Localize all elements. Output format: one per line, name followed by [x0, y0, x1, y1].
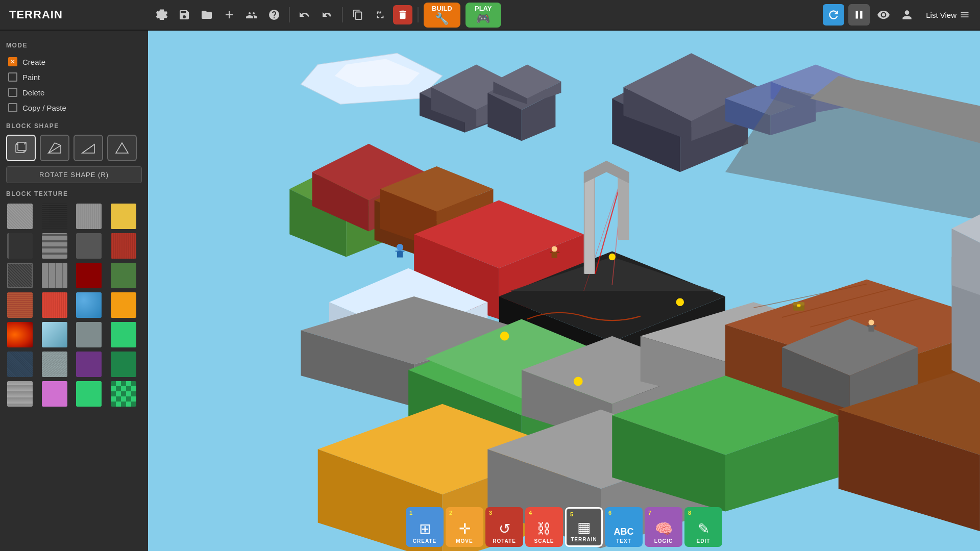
tool-terrain-button[interactable]: 5 ▦ TERRAIN [565, 507, 603, 547]
texture-yellow[interactable] [110, 203, 137, 230]
play-button[interactable]: PLAY 🎮 [465, 3, 501, 28]
pause-icon[interactable] [848, 4, 870, 26]
svg-marker-5 [48, 145, 61, 153]
texture-red[interactable] [110, 232, 137, 260]
texture-gravel[interactable] [75, 321, 103, 348]
tool-create-num: 1 [409, 510, 412, 516]
topbar-right: List View [823, 4, 980, 26]
shape-wedge[interactable] [74, 135, 103, 161]
tool-logic-num: 7 [648, 510, 651, 516]
svg-marker-10 [116, 143, 128, 153]
texture-bright-green[interactable] [110, 321, 137, 348]
block-shape-title: BLOCK SHAPE [6, 122, 142, 130]
add-icon[interactable] [219, 5, 239, 24]
texture-darkred[interactable] [75, 262, 103, 289]
tool-rotate-button[interactable]: 3 ↺ ROTATE [485, 507, 523, 547]
texture-stone3[interactable] [6, 380, 34, 408]
app-title: TERRAIN [0, 8, 148, 21]
texture-rock[interactable] [41, 350, 68, 378]
tool-text-num: 6 [608, 510, 611, 516]
undo-icon[interactable] [295, 5, 314, 24]
user-icon[interactable] [897, 5, 917, 24]
texture-magenta[interactable] [41, 380, 68, 408]
svg-rect-114 [552, 252, 557, 258]
texture-purple[interactable] [75, 350, 103, 378]
svg-rect-118 [868, 325, 874, 332]
mode-copy-paste[interactable]: Copy / Paste [6, 100, 142, 115]
shape-slope[interactable] [40, 135, 69, 161]
texture-dark3[interactable] [75, 232, 103, 260]
texture-dark[interactable] [41, 203, 68, 230]
svg-line-9 [82, 144, 94, 153]
separator2 [342, 7, 343, 22]
svg-rect-111 [396, 251, 399, 252]
svg-point-106 [574, 377, 583, 386]
list-view-button[interactable]: List View [926, 10, 970, 20]
svg-point-107 [676, 298, 684, 306]
tool-terrain-num: 5 [570, 511, 573, 517]
mode-delete[interactable]: Delete [6, 85, 142, 100]
mode-create[interactable]: Create [6, 54, 142, 69]
texture-forest[interactable] [110, 350, 137, 378]
block-texture-section: BLOCK TEXTURE [6, 190, 142, 408]
settings-icon[interactable] [152, 5, 172, 24]
separator [289, 7, 290, 22]
svg-rect-119 [867, 325, 869, 327]
terrain-scene [148, 31, 980, 551]
texture-ice[interactable] [41, 321, 68, 348]
texture-green[interactable] [110, 262, 137, 289]
tool-scale-button[interactable]: 4 ⛓ SCALE [525, 507, 563, 547]
main-canvas[interactable] [148, 31, 980, 551]
block-texture-title: BLOCK TEXTURE [6, 190, 142, 197]
build-button[interactable]: BUILD 🔧 [424, 3, 460, 28]
texture-checker[interactable] [110, 380, 137, 408]
texture-dark-blue[interactable] [6, 350, 34, 378]
team-icon[interactable] [242, 5, 261, 24]
mode-copy-paste-checkbox[interactable] [8, 103, 17, 112]
texture-stone2[interactable] [75, 203, 103, 230]
mode-create-checkbox[interactable] [8, 57, 17, 66]
shape-cube[interactable] [6, 135, 36, 161]
tool-move-num: 2 [449, 510, 452, 516]
maximize-icon[interactable] [371, 5, 390, 24]
tool-move-button[interactable]: 2 ✛ MOVE [446, 507, 483, 547]
texture-brick[interactable] [41, 291, 68, 319]
texture-lava[interactable] [6, 321, 34, 348]
shape-corner[interactable] [107, 135, 137, 161]
tool-logic-button[interactable]: 7 🧠 LOGIC [645, 507, 682, 547]
texture-brown[interactable] [6, 291, 34, 319]
texture-stone[interactable] [6, 203, 34, 230]
texture-tile[interactable] [41, 262, 68, 289]
help-icon[interactable] [264, 5, 284, 24]
mode-delete-checkbox[interactable] [8, 88, 17, 97]
toolbar-tools: 1 ⊞ CREATE 2 ✛ MOVE 3 ↺ ROTATE 4 ⛓ SCALE… [406, 507, 722, 547]
mode-section-title: MODE [6, 42, 142, 49]
shape-buttons [6, 135, 142, 161]
texture-dark2[interactable] [6, 232, 34, 260]
tool-create-button[interactable]: 1 ⊞ CREATE [406, 507, 444, 547]
list-view-label: List View [926, 11, 957, 19]
sidebar: MODE Create Paint Delete Copy / Paste BL… [0, 31, 148, 551]
texture-stripe[interactable] [41, 232, 68, 260]
save-icon[interactable] [175, 5, 194, 24]
copy-icon[interactable] [348, 5, 368, 24]
rotate-shape-button[interactable]: ROTATE SHAPE (R) [6, 166, 142, 183]
texture-metal[interactable] [6, 262, 34, 289]
svg-line-7 [55, 143, 61, 145]
tool-text-button[interactable]: 6 ABC TEXT [605, 507, 643, 547]
svg-rect-112 [402, 251, 405, 252]
texture-blue[interactable] [75, 291, 103, 319]
svg-rect-127 [797, 305, 801, 307]
texture-lime[interactable] [75, 380, 103, 408]
eye-icon[interactable] [874, 5, 893, 24]
folder-icon[interactable] [197, 5, 216, 24]
mode-paint[interactable]: Paint [6, 69, 142, 85]
separator3 [418, 7, 419, 22]
refresh-icon[interactable] [823, 4, 844, 26]
texture-sand[interactable] [110, 291, 137, 319]
tool-edit-button[interactable]: 8 ✎ EDIT [684, 507, 722, 547]
trash-icon[interactable] [393, 5, 412, 24]
svg-rect-116 [557, 252, 559, 253]
mode-paint-checkbox[interactable] [8, 72, 17, 82]
redo-icon[interactable] [317, 5, 337, 24]
